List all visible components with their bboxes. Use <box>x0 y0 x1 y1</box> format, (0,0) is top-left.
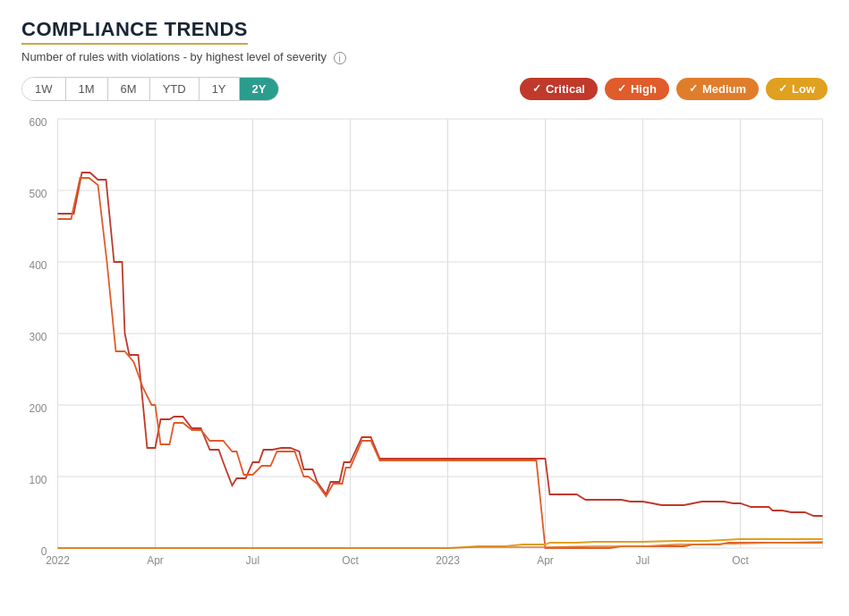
info-icon: i <box>334 52 346 64</box>
svg-text:600: 600 <box>29 116 47 129</box>
time-btn-1w[interactable]: 1W <box>22 78 66 100</box>
legend-label-high: High <box>631 82 657 96</box>
page-title: COMPLIANCE TRENDS <box>21 18 248 45</box>
check-icon: ✓ <box>532 82 541 95</box>
legend-btn-low[interactable]: ✓ Low <box>766 78 828 100</box>
svg-rect-7 <box>58 115 823 553</box>
svg-text:300: 300 <box>29 331 47 343</box>
legend-btn-high[interactable]: ✓ High <box>605 78 669 100</box>
legend-btn-medium[interactable]: ✓ Medium <box>676 78 759 100</box>
time-btn-1y[interactable]: 1Y <box>200 78 240 100</box>
svg-text:Oct: Oct <box>342 554 359 566</box>
svg-text:Oct: Oct <box>732 554 749 566</box>
svg-text:2022: 2022 <box>46 554 70 566</box>
svg-text:100: 100 <box>29 474 47 486</box>
legend-buttons: ✓ Critical ✓ High ✓ Medium ✓ Low <box>520 78 828 100</box>
svg-text:200: 200 <box>29 402 47 415</box>
svg-text:Jul: Jul <box>636 554 649 566</box>
legend-label-medium: Medium <box>702 82 746 96</box>
legend-btn-critical[interactable]: ✓ Critical <box>520 78 598 100</box>
legend-label-critical: Critical <box>546 82 585 96</box>
time-btn-6m[interactable]: 6M <box>108 78 150 100</box>
svg-text:Apr: Apr <box>537 554 554 566</box>
check-icon: ✓ <box>689 82 698 95</box>
chart-svg: 600 500 400 300 200 100 0 2022 Apr Jul O… <box>21 110 828 566</box>
svg-text:Apr: Apr <box>147 554 164 566</box>
time-button-group: 1W 1M 6M YTD 1Y 2Y <box>21 77 279 101</box>
legend-label-low: Low <box>792 82 815 96</box>
svg-text:2023: 2023 <box>436 554 460 566</box>
check-icon: ✓ <box>617 82 626 95</box>
time-btn-ytd[interactable]: YTD <box>150 78 200 100</box>
controls-row: 1W 1M 6M YTD 1Y 2Y ✓ Critical ✓ High ✓ M… <box>21 77 828 101</box>
svg-text:500: 500 <box>29 188 47 200</box>
svg-text:400: 400 <box>29 259 47 272</box>
svg-text:Jul: Jul <box>246 554 259 566</box>
subtitle: Number of rules with violations - by hig… <box>21 50 828 64</box>
time-btn-2y[interactable]: 2Y <box>240 78 279 100</box>
chart-container: 600 500 400 300 200 100 0 2022 Apr Jul O… <box>21 110 828 566</box>
check-icon: ✓ <box>778 82 787 95</box>
time-btn-1m[interactable]: 1M <box>66 78 108 100</box>
